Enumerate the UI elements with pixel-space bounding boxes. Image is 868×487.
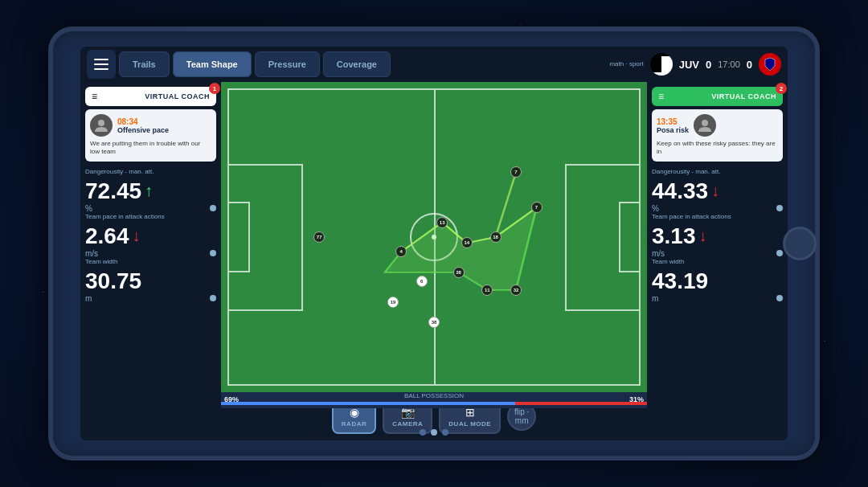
right-stat2-row: m/s (652, 249, 783, 258)
right-stat1-arrow: ↓ (711, 182, 719, 200)
left-stat2-value: 2.64 (85, 223, 129, 249)
player-4: 4 (395, 246, 407, 257)
field-area[interactable]: 77 4 13 14 18 7 38 11 32 7 19 38 6 (221, 82, 647, 392)
left-virtual-coach-badge[interactable]: ≡ VIRTUAL COACH 1 (85, 87, 216, 106)
right-stat3: 43.19 m (652, 268, 783, 303)
player-18: 18 (490, 231, 502, 243)
left-stat3-row: m (85, 294, 216, 303)
left-dangerousity-label: Dangerousity - man. att. (85, 168, 216, 175)
player-7a: 7 (510, 166, 522, 178)
left-stat2-label: Team width (85, 258, 216, 265)
main-content: ≡ VIRTUAL COACH 1 08:34 Offensive pace (80, 82, 788, 392)
bottom-bar: BALL POSSESSION 69% 31% ◉ RADAR 📷 CAMERA… (80, 392, 788, 440)
right-stat1-row: % (652, 204, 783, 213)
svg-point-10 (702, 120, 708, 126)
player-32: 32 (510, 284, 522, 296)
shape-svg (229, 90, 639, 384)
possession-pct-right: 31% (629, 395, 644, 403)
right-coach-card: 13:35 Posa risk Keep on with these risky… (652, 109, 783, 162)
right-stat2: 3.13 ↓ m/s Team width (652, 223, 783, 265)
right-stat1-dot[interactable] (776, 205, 783, 211)
camera-label: CAMERA (392, 420, 423, 428)
flip-label: flip · mm (509, 407, 534, 425)
left-coach-time: 08:34 (117, 117, 169, 126)
svg-rect-0 (653, 56, 661, 72)
brand-text: math · sport (609, 60, 643, 68)
right-virtual-coach-badge[interactable]: ≡ VIRTUAL COACH 2 (652, 87, 783, 106)
right-stat3-row: m (652, 294, 783, 303)
right-stat1: 44.33 ↓ % Team pace in attack actions (652, 178, 783, 220)
right-stat3-dot[interactable] (776, 295, 783, 301)
possession-bar-left (221, 402, 515, 405)
player-38: 38 (453, 267, 465, 278)
possession-bar-container: BALL POSSESSION 69% 31% (221, 392, 647, 408)
left-coach-card-header: 08:34 Offensive pace (90, 114, 211, 137)
left-stat1-value-container: 72.45 ↑ (85, 178, 216, 204)
player-13: 13 (436, 217, 448, 228)
left-coach-card: 08:34 Offensive pace We are putting them… (85, 109, 216, 162)
left-coach-label: VIRTUAL COACH (145, 92, 210, 100)
match-time: 17:00 (718, 59, 740, 69)
right-panel: ≡ VIRTUAL COACH 2 13:35 Posa risk (647, 82, 788, 392)
right-stat3-value: 43.19 (652, 268, 708, 294)
tab-team-shape[interactable]: Team Shape (173, 51, 252, 77)
right-stat3-unit: m (652, 294, 658, 303)
right-stat3-value-container: 43.19 (652, 268, 783, 294)
possession-pct-left: 69% (224, 395, 239, 403)
left-stat2-dot[interactable] (210, 250, 216, 256)
player-11: 11 (481, 284, 493, 296)
left-stat1: 72.45 ↑ % Team pace in attack actions (85, 178, 216, 220)
left-stat1-dot[interactable] (210, 205, 216, 211)
left-stat2-unit: m/s (85, 249, 98, 258)
radar-label: RADAR (342, 420, 366, 428)
home-button[interactable] (783, 227, 817, 260)
tablet-screen: Trails Team Shape Pressure Coverage math… (80, 47, 788, 440)
svg-marker-4 (385, 207, 537, 289)
right-coach-avatar (694, 114, 716, 137)
left-stat2-row: m/s (85, 249, 216, 258)
tab-pressure[interactable]: Pressure (255, 51, 320, 77)
possession-bar-right (515, 402, 647, 405)
player-14: 14 (461, 237, 473, 248)
right-stat1-value: 44.33 (652, 178, 708, 204)
left-stat3-value-container: 30.75 (85, 268, 216, 294)
player-77: 77 (313, 231, 325, 243)
team1-name: JUV (679, 59, 699, 71)
left-stat1-row: % (85, 204, 216, 213)
left-stat1-arrow: ↑ (145, 182, 153, 200)
left-stat2-value-container: 2.64 ↓ (85, 223, 216, 249)
left-stat3-value: 30.75 (85, 268, 141, 294)
left-coach-number: 1 (209, 83, 220, 94)
right-coach-message: Keep on with these risky passes: they ar… (657, 140, 778, 157)
right-stat2-dot[interactable] (776, 250, 783, 256)
team2-logo (759, 53, 781, 76)
right-coach-card-header: 13:35 Posa risk (657, 114, 778, 137)
left-stat1-unit: % (85, 204, 92, 213)
nav-dot-3[interactable] (442, 429, 448, 436)
player-7b: 7 (531, 202, 542, 213)
hamburger-line (94, 59, 108, 60)
nav-dot-1[interactable] (420, 429, 426, 436)
right-coach-title: Posa risk (657, 126, 689, 134)
tab-coverage[interactable]: Coverage (323, 51, 391, 77)
left-stat3-unit: m (85, 294, 92, 303)
left-stat3-dot[interactable] (210, 295, 216, 301)
left-stat2: 2.64 ↓ m/s Team width (85, 223, 216, 265)
score1: 0 (706, 59, 711, 71)
left-coach-icon: ≡ (92, 91, 97, 102)
nav-dots (420, 429, 448, 436)
menu-button[interactable] (87, 50, 116, 79)
player-white-38: 38 (428, 317, 440, 328)
player-white-6: 6 (416, 276, 428, 287)
left-stat3: 30.75 m (85, 268, 216, 303)
hamburger-line (94, 68, 108, 70)
right-stat1-label: Team pace in attack actions (652, 213, 783, 220)
right-stat2-label: Team width (652, 258, 783, 265)
hamburger-line (94, 63, 108, 65)
nav-dot-2[interactable] (431, 429, 437, 436)
possession-label: BALL POSSESSION (404, 392, 464, 399)
right-stat1-unit: % (652, 204, 659, 213)
left-stat1-label: Team pace in attack actions (85, 213, 216, 220)
tab-trails[interactable]: Trails (119, 51, 170, 77)
right-stat1-value-container: 44.33 ↓ (652, 178, 783, 204)
